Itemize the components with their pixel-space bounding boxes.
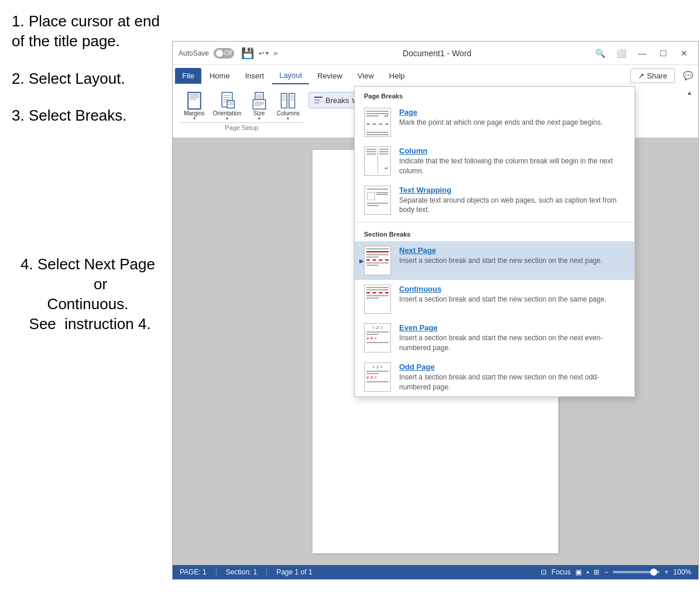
continuous-break-title: Continuous [399, 285, 625, 293]
tab-insert[interactable]: Insert [238, 68, 272, 84]
status-page: PAGE: 1 [180, 568, 207, 576]
page-break-desc: Mark the point at which one page ends an… [399, 118, 625, 128]
nextpage-break-icon: ▶ [364, 246, 391, 275]
break-evenpage-item[interactable]: = 2 = ≥ 4 = Even Page Insert a section b… [355, 319, 634, 358]
undo-area[interactable]: ↩ ▾ [259, 49, 269, 57]
page-break-text: Page Mark the point at which one page en… [399, 108, 625, 128]
page-break-icon: ↵ [364, 108, 391, 137]
autosave-label: AutoSave [179, 49, 209, 57]
ribbon: File Home Insert Layout Review View Help… [173, 65, 698, 138]
instructions-panel: 1. Place cursor at end of the title page… [0, 0, 170, 592]
evenpage-break-icon: = 2 = ≥ 4 = [364, 323, 391, 353]
breaks-dropdown: Page Breaks ↵ Page [354, 86, 635, 397]
evenpage-break-title: Even Page [399, 323, 625, 332]
view-print-icon[interactable]: ▣ [575, 568, 582, 576]
view-outline-icon[interactable]: ⊞ [593, 568, 599, 576]
status-right: ⊡ Focus ▣ ▪ ⊞ − + 100% [541, 568, 691, 576]
zoom-plus-icon[interactable]: + [664, 568, 668, 576]
tab-home[interactable]: Home [203, 68, 237, 84]
ribbon-scroll-up[interactable]: ▲ [685, 88, 694, 97]
textwrap-break-text: Text Wrapping Separate text around objec… [399, 186, 625, 215]
oddpage-break-title: Odd Page [399, 362, 625, 371]
textwrap-break-icon [364, 186, 391, 215]
zoom-slider[interactable] [613, 571, 660, 573]
search-icon[interactable]: 🔍 [592, 45, 608, 61]
undo-dropdown[interactable]: ▾ [266, 50, 269, 56]
nextpage-break-text: Next Page Insert a section break and sta… [399, 246, 625, 266]
restore-icon[interactable]: ⬜ [613, 45, 629, 61]
step-1: 1. Place cursor at end of the title page… [12, 12, 164, 52]
oddpage-break-text: Odd Page Insert a section break and star… [399, 362, 625, 392]
tab-help[interactable]: Help [382, 68, 412, 84]
tab-layout[interactable]: Layout [272, 67, 309, 84]
toggle-circle [216, 50, 223, 57]
break-nextpage-item[interactable]: ▶ Next Page Insert a section break and s… [355, 241, 634, 280]
break-page-item[interactable]: ↵ Page Mark the point at which one page … [355, 103, 634, 142]
svg-rect-22 [253, 100, 265, 109]
page-break-arrow: ↵ [385, 113, 389, 119]
window-title: Document1 - Word [287, 49, 587, 58]
break-continuous-item[interactable]: Continuous Insert a section break and st… [355, 280, 634, 319]
svg-rect-26 [282, 94, 287, 108]
focus-icon[interactable]: ⊡ [541, 568, 547, 576]
share-label: Share [647, 71, 667, 80]
size-button[interactable]: Size ▾ [246, 90, 272, 122]
tab-view[interactable]: View [351, 68, 381, 84]
evenpage-break-desc: Insert a section break and start the new… [399, 333, 625, 353]
break-column-item[interactable]: ↵ Column Indicate that the text followin… [355, 142, 634, 181]
column-break-text: Column Indicate that the text following … [399, 146, 625, 176]
status-bar: PAGE: 1 Section: 1 Page 1 of 1 ⊡ Focus ▣… [173, 565, 698, 579]
ribbon-tabs: File Home Insert Layout Review View Help… [173, 65, 698, 86]
autosave-toggle[interactable]: Off [214, 48, 234, 59]
save-icon[interactable]: 💾 [241, 47, 254, 60]
more-commands[interactable]: » [273, 49, 277, 57]
title-bar: AutoSave Off 💾 ↩ ▾ » Document1 - Word 🔍 … [173, 42, 698, 65]
column-break-desc: Indicate that the text following the col… [399, 156, 625, 176]
breaks-label: Breaks ∨ [325, 96, 357, 105]
orientation-button[interactable]: Orientation ▾ [210, 90, 245, 122]
columns-button[interactable]: Columns ▾ [273, 90, 303, 122]
evenpage-break-text: Even Page Insert a section break and sta… [399, 323, 625, 353]
word-window: AutoSave Off 💾 ↩ ▾ » Document1 - Word 🔍 … [172, 41, 699, 580]
tab-review[interactable]: Review [310, 68, 349, 84]
close-button[interactable]: ✕ [676, 45, 692, 61]
svg-rect-34 [314, 97, 322, 98]
focus-label[interactable]: Focus [551, 568, 571, 576]
page-breaks-header: Page Breaks [355, 87, 634, 103]
column-break-title: Column [399, 146, 625, 155]
break-oddpage-item[interactable]: = 1 = ≥ 3 = Odd Page Insert a section br… [355, 358, 634, 397]
continuous-break-desc: Insert a section break and start the new… [399, 295, 625, 304]
break-textwrap-item[interactable]: Text Wrapping Separate text around objec… [355, 181, 634, 220]
columns-chevron: ▾ [287, 117, 289, 121]
column-break-icon: ↵ [364, 146, 391, 176]
minimize-button[interactable]: — [634, 45, 650, 61]
section-breaks-header: Section Breaks [355, 225, 634, 241]
orientation-chevron: ▾ [226, 117, 228, 121]
breaks-divider [355, 222, 634, 223]
page-setup-group: Margins ▾ [177, 88, 306, 135]
status-sep-2 [266, 568, 267, 576]
zoom-minus-icon[interactable]: − [604, 568, 608, 576]
view-web-icon[interactable]: ▪ [586, 568, 589, 576]
maximize-button[interactable]: ☐ [655, 45, 671, 61]
continuous-break-text: Continuous Insert a section break and st… [399, 285, 625, 304]
tab-file[interactable]: File [175, 68, 201, 84]
continuous-break-icon [364, 285, 391, 314]
comment-button[interactable]: 💬 [680, 67, 696, 84]
status-pages: Page 1 of 1 [276, 568, 312, 576]
svg-rect-27 [289, 94, 295, 108]
svg-rect-37 [314, 102, 319, 104]
oddpage-break-desc: Insert a section break and start the new… [399, 372, 625, 392]
share-button[interactable]: ↗ Share [630, 69, 675, 83]
zoom-thumb [650, 569, 657, 576]
oddpage-break-icon: = 1 = ≥ 3 = [364, 362, 391, 392]
toggle-label: Off [224, 50, 232, 56]
undo-icon[interactable]: ↩ [259, 49, 265, 57]
size-chevron: ▾ [258, 117, 260, 121]
step-4: 4. Select Next Page orContinuous. See in… [12, 255, 164, 334]
ribbon-share-area: ↗ Share 💬 [630, 67, 696, 84]
textwrap-break-desc: Separate text around objects on web page… [399, 196, 625, 215]
zoom-level: 100% [673, 568, 691, 576]
status-sep-1 [216, 568, 217, 576]
margins-button[interactable]: Margins ▾ [180, 90, 208, 122]
